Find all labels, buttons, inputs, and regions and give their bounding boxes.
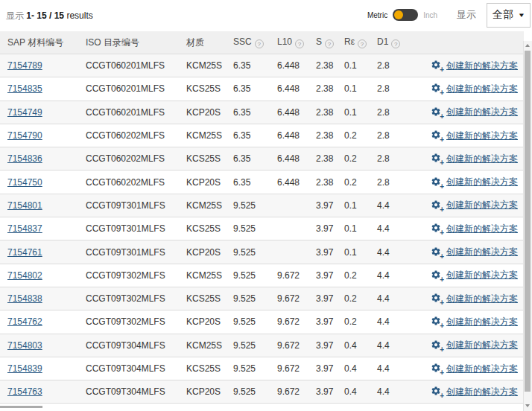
d1-value-cell: 2.8	[371, 77, 423, 101]
catalog-results-page: 显示 1- 15 / 15 results Metric Inch 显示 全部 …	[0, 0, 532, 411]
help-icon[interactable]: ?	[391, 39, 400, 48]
sap-cell: 7154837	[0, 217, 80, 240]
create-solution-gear-icon[interactable]: +	[431, 176, 443, 188]
create-solution-link[interactable]: 创建新的解决方案	[446, 60, 518, 72]
create-solution-gear-icon[interactable]: +	[431, 223, 443, 235]
sap-number-link[interactable]: 7154763	[7, 386, 42, 397]
s-value-cell: 3.97	[310, 240, 338, 264]
sap-number-link[interactable]: 7154761	[7, 247, 42, 258]
create-solution-link[interactable]: 创建新的解决方案	[446, 386, 518, 398]
iso-number-cell: CCGT09T301MLFS	[80, 194, 180, 217]
plus-icon: +	[440, 346, 444, 354]
create-solution-gear-icon[interactable]: +	[431, 246, 443, 258]
chevron-down-icon: ▼	[518, 12, 525, 19]
l10-value-cell: 9.672	[271, 287, 310, 310]
unit-toggle[interactable]	[393, 9, 418, 21]
actions-cell: + 创建新的解决方案	[423, 124, 524, 147]
column-header-label: SAP 材料编号	[7, 37, 63, 48]
vertical-scrollbar[interactable]	[523, 41, 532, 411]
table-row: 7154762 CCGT09T302MLFS KCP20S 9.525 9.67…	[0, 310, 524, 334]
d1-value-cell: 2.8	[371, 171, 423, 194]
re-value-cell: 0.1	[338, 101, 371, 124]
column-header-label: S	[316, 36, 322, 47]
ssc-value-cell: 6.35	[227, 77, 271, 101]
sap-number-link[interactable]: 7154790	[7, 130, 42, 141]
sap-number-link[interactable]: 7154837	[7, 223, 42, 234]
create-solution-gear-icon[interactable]: +	[431, 270, 443, 281]
create-solution-link[interactable]: 创建新的解决方案	[446, 316, 518, 328]
scroll-down-arrow-icon[interactable]	[524, 401, 531, 410]
actions-cell: + 创建新的解决方案	[423, 310, 524, 334]
help-icon[interactable]: ?	[295, 39, 304, 48]
create-solution-gear-icon[interactable]: +	[431, 153, 443, 165]
create-solution-link[interactable]: 创建新的解决方案	[446, 176, 518, 188]
sap-number-link[interactable]: 7154802	[7, 270, 42, 281]
create-solution-gear-icon[interactable]: +	[431, 83, 443, 95]
table-row: 7154837 CCGT09T301MLFS KCS25S 9.525 3.97…	[0, 217, 524, 240]
create-solution-link[interactable]: 创建新的解决方案	[446, 293, 518, 305]
column-header: 材质	[180, 31, 227, 54]
grade-cell: KCM25S	[180, 194, 227, 217]
horizontal-scrollbar-thumb[interactable]	[0, 406, 42, 408]
actions-cell: + 创建新的解决方案	[423, 380, 524, 404]
grade-cell: KCM25S	[180, 54, 227, 77]
create-solution-gear-icon[interactable]: +	[431, 130, 443, 141]
table-row: 7154835 CCGT060201MLFS KCS25S 6.35 6.448…	[0, 77, 524, 101]
sap-cell: 7154802	[0, 264, 80, 287]
create-solution-link[interactable]: 创建新的解决方案	[446, 199, 518, 211]
help-icon[interactable]: ?	[358, 39, 367, 48]
create-solution-gear-icon[interactable]: +	[431, 60, 443, 71]
create-solution-gear-icon[interactable]: +	[431, 386, 443, 398]
sap-number-link[interactable]: 7154839	[7, 363, 42, 374]
d1-value-cell: 4.4	[371, 217, 423, 240]
iso-number-cell: CCGT060201MLFS	[80, 101, 180, 124]
filter-dropdown[interactable]: 全部 ▼	[487, 3, 531, 28]
l10-value-cell: 6.448	[271, 124, 310, 147]
iso-number-cell: CCGT060202MLFS	[80, 124, 180, 147]
l10-value-cell	[271, 194, 310, 217]
sap-number-link[interactable]: 7154835	[7, 83, 42, 94]
create-solution-gear-icon[interactable]: +	[431, 106, 443, 118]
create-solution-gear-icon[interactable]: +	[431, 340, 443, 351]
vertical-scrollbar-thumb[interactable]	[525, 51, 531, 392]
ssc-value-cell: 9.525	[227, 240, 271, 264]
create-solution-gear-icon[interactable]: +	[431, 200, 443, 211]
sap-number-link[interactable]: 7154789	[7, 60, 42, 71]
actions-cell: + 创建新的解决方案	[423, 334, 524, 357]
sap-number-link[interactable]: 7154762	[7, 316, 42, 327]
sap-cell: 7154790	[0, 124, 80, 147]
sap-number-link[interactable]: 7154801	[7, 200, 42, 211]
create-solution-link[interactable]: 创建新的解决方案	[446, 106, 518, 118]
create-solution-link[interactable]: 创建新的解决方案	[446, 363, 518, 375]
help-icon[interactable]: ?	[325, 39, 334, 48]
toolbar: 显示 1- 15 / 15 results Metric Inch 显示 全部 …	[0, 0, 532, 31]
s-value-cell: 3.97	[310, 334, 338, 357]
create-solution-link[interactable]: 创建新的解决方案	[446, 339, 518, 351]
re-value-cell: 0.2	[338, 264, 371, 287]
iso-number-cell: CCGT060202MLFS	[80, 171, 180, 194]
sap-number-link[interactable]: 7154749	[7, 107, 42, 118]
create-solution-link[interactable]: 创建新的解决方案	[446, 153, 518, 165]
l10-value-cell: 9.672	[271, 380, 310, 404]
create-solution-link[interactable]: 创建新的解决方案	[446, 83, 518, 95]
create-solution-link[interactable]: 创建新的解决方案	[446, 130, 518, 142]
create-solution-link[interactable]: 创建新的解决方案	[446, 269, 518, 281]
scroll-up-arrow-icon[interactable]	[524, 41, 531, 50]
sap-number-link[interactable]: 7154836	[7, 153, 42, 164]
sap-cell: 7154789	[0, 54, 80, 77]
sap-cell: 7154763	[0, 380, 80, 404]
sap-number-link[interactable]: 7154803	[7, 340, 42, 351]
create-solution-gear-icon[interactable]: +	[431, 316, 443, 328]
create-solution-gear-icon[interactable]: +	[431, 293, 443, 305]
ssc-value-cell: 6.35	[227, 147, 271, 171]
create-solution-link[interactable]: 创建新的解决方案	[446, 223, 518, 235]
actions-cell: + 创建新的解决方案	[423, 264, 524, 287]
create-solution-gear-icon[interactable]: +	[431, 363, 443, 375]
plus-icon: +	[440, 369, 444, 377]
ssc-value-cell: 9.525	[227, 357, 271, 380]
create-solution-link[interactable]: 创建新的解决方案	[446, 246, 518, 258]
sap-number-link[interactable]: 7154750	[7, 177, 42, 188]
help-icon[interactable]: ?	[255, 39, 264, 48]
sap-number-link[interactable]: 7154838	[7, 293, 42, 304]
ssc-value-cell: 9.525	[227, 380, 271, 404]
